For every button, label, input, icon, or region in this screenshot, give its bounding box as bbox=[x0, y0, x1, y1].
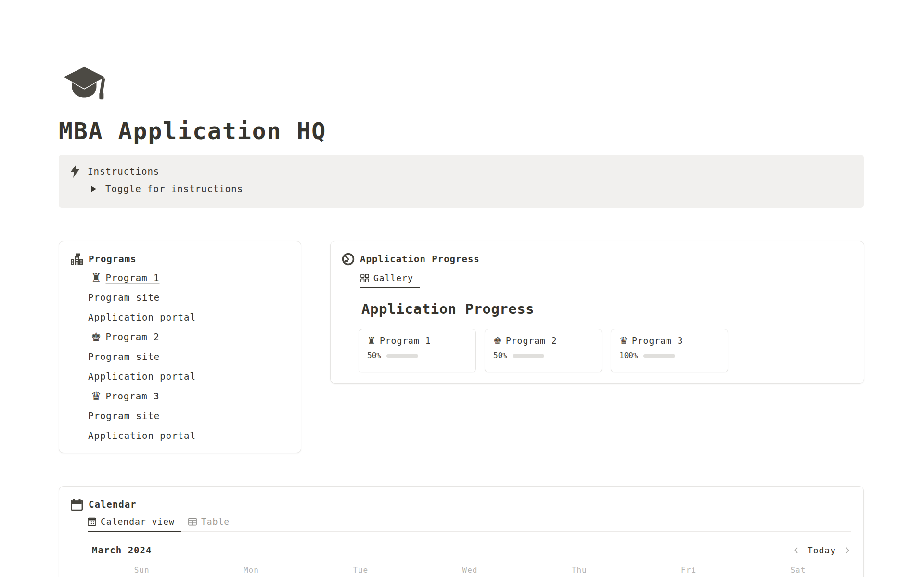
application-portal[interactable]: Application portal bbox=[59, 307, 301, 327]
chess-queen-icon: ♛ bbox=[91, 390, 102, 402]
chess-queen-icon: ♛ bbox=[619, 335, 628, 346]
gallery-card-program-1[interactable]: ♜ Program 1 50% bbox=[359, 329, 476, 372]
chess-king-icon: ♚ bbox=[91, 331, 102, 343]
programs-title: Programs bbox=[89, 252, 137, 266]
progress-percent: 50% bbox=[493, 350, 507, 361]
program-link[interactable]: ♜ Program 1 bbox=[59, 268, 301, 287]
callout-title: Instructions bbox=[88, 165, 159, 178]
chevron-left-icon[interactable] bbox=[793, 547, 800, 554]
gallery-row: ♜ Program 1 50% ♚ Program 2 50% ♛ Progra… bbox=[359, 329, 728, 372]
program-site[interactable]: Program site bbox=[59, 287, 301, 307]
program-1-link: Program 1 bbox=[106, 272, 160, 283]
programs-card: Programs ♜ Program 1 Program site Applic… bbox=[59, 241, 301, 453]
toggle-label[interactable]: Toggle for instructions bbox=[105, 182, 243, 195]
tab-gallery[interactable]: Gallery bbox=[360, 273, 420, 288]
program-link[interactable]: ♚ Program 2 bbox=[59, 327, 301, 346]
progress-bar bbox=[643, 354, 675, 358]
progress-percent: 100% bbox=[619, 350, 638, 361]
chess-king-icon: ♚ bbox=[493, 335, 502, 346]
chess-rook-icon: ♜ bbox=[367, 335, 376, 346]
database-title: Application Progress bbox=[361, 301, 534, 317]
weekday-label: Thu bbox=[525, 564, 634, 577]
chess-rook-icon: ♜ bbox=[91, 272, 102, 283]
application-portal[interactable]: Application portal bbox=[59, 425, 301, 445]
toggle-triangle-icon[interactable] bbox=[90, 185, 97, 192]
progress-bar bbox=[386, 354, 418, 358]
program-2-link: Program 2 bbox=[106, 332, 160, 342]
table-grid-icon bbox=[188, 517, 197, 526]
month-label: March 2024 bbox=[92, 543, 152, 557]
programs-list: ♜ Program 1 Program site Application por… bbox=[59, 268, 301, 445]
gallery-grid-icon bbox=[360, 274, 369, 282]
calendar-tabs-bar: Calendar view Table bbox=[88, 516, 851, 532]
calendar-card: Calendar Calendar view bbox=[59, 486, 864, 577]
instructions-callout: Instructions Toggle for instructions bbox=[59, 155, 864, 208]
program-3-link: Program 3 bbox=[106, 391, 160, 401]
weekday-label: Fri bbox=[634, 564, 743, 577]
weekday-header-row: Sun Mon Tue Wed Thu Fri Sat bbox=[87, 564, 853, 577]
school-building-icon bbox=[70, 253, 83, 266]
calendar-title: Calendar bbox=[89, 498, 137, 511]
chevron-right-icon[interactable] bbox=[844, 547, 851, 554]
progress-tabs-bar: Gallery bbox=[360, 273, 851, 288]
today-button[interactable]: Today bbox=[808, 545, 836, 555]
program-site[interactable]: Program site bbox=[59, 346, 301, 366]
weekday-label: Sun bbox=[87, 564, 196, 577]
program-link[interactable]: ♛ Program 3 bbox=[59, 386, 301, 406]
tab-table[interactable]: Table bbox=[188, 516, 236, 532]
gauge-icon bbox=[342, 253, 355, 266]
weekday-label: Wed bbox=[415, 564, 525, 577]
weekday-label: Sat bbox=[744, 564, 853, 577]
calendar-icon bbox=[70, 498, 83, 511]
calendar-grid-icon bbox=[88, 517, 96, 526]
weekday-label: Mon bbox=[196, 564, 306, 577]
application-progress-card: Application Progress Gallery Application… bbox=[330, 241, 864, 384]
application-portal[interactable]: Application portal bbox=[59, 366, 301, 386]
progress-bar bbox=[513, 354, 544, 358]
weekday-label: Tue bbox=[306, 564, 415, 577]
progress-percent: 50% bbox=[367, 350, 381, 361]
tab-calendar-view[interactable]: Calendar view bbox=[88, 516, 181, 532]
program-site[interactable]: Program site bbox=[59, 406, 301, 425]
lightning-bolt-icon bbox=[70, 165, 80, 178]
page-title: MBA Application HQ bbox=[59, 117, 326, 144]
today-nav: Today bbox=[793, 545, 851, 555]
graduation-cap-icon[interactable] bbox=[62, 64, 107, 103]
gallery-card-program-2[interactable]: ♚ Program 2 50% bbox=[485, 329, 602, 372]
gallery-card-program-3[interactable]: ♛ Program 3 100% bbox=[611, 329, 728, 372]
application-progress-title: Application Progress bbox=[360, 252, 480, 266]
